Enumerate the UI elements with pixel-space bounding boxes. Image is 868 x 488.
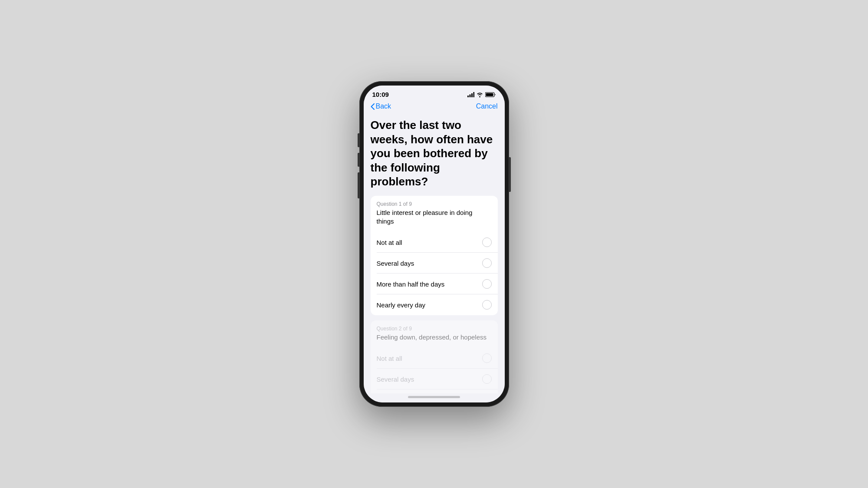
svg-rect-0 (467, 96, 469, 97)
option-q2-0-label: Not at all (377, 355, 402, 362)
svg-rect-1 (469, 94, 470, 97)
question-1-text: Little interest or pleasure in doing thi… (377, 208, 492, 231)
radio-q2-1 (482, 374, 492, 384)
wifi-icon (477, 92, 483, 97)
battery-icon (485, 92, 496, 97)
status-icons (467, 92, 496, 97)
phone-frame: 10:09 (359, 81, 509, 407)
signal-icon (467, 92, 474, 97)
volume-down-button (358, 172, 359, 198)
question-2-text: Feeling down, depressed, or hopeless (377, 333, 492, 346)
question-card-1: Question 1 of 9 Little interest or pleas… (371, 196, 498, 316)
radio-q1-0[interactable] (482, 237, 492, 247)
question-1-label: Question 1 of 9 (377, 201, 492, 207)
option-q1-1-label: Several days (377, 260, 414, 267)
question-2-header: Question 2 of 9 Feeling down, depressed,… (371, 320, 498, 348)
option-q2-0: Not at all (371, 348, 498, 369)
home-indicator (364, 393, 505, 402)
option-q1-2-label: More than half the days (377, 280, 445, 288)
option-q2-1-label: Several days (377, 376, 414, 383)
status-bar: 10:09 (364, 86, 505, 100)
question-1-header: Question 1 of 9 Little interest or pleas… (371, 196, 498, 232)
question-2-label: Question 2 of 9 (377, 326, 492, 332)
radio-q1-1[interactable] (482, 258, 492, 268)
svg-rect-5 (486, 93, 493, 96)
page-title: Over the last two weeks, how often have … (371, 118, 498, 189)
radio-q2-0 (482, 353, 492, 363)
radio-q1-3[interactable] (482, 300, 492, 310)
phone-screen: 10:09 (364, 86, 505, 402)
home-bar (408, 396, 460, 398)
volume-up-button (358, 153, 359, 167)
back-button[interactable]: Back (371, 102, 391, 110)
question-card-2: Question 2 of 9 Feeling down, depressed,… (371, 320, 498, 393)
option-q1-3[interactable]: Nearly every day (371, 294, 498, 315)
option-q1-2[interactable]: More than half the days (371, 274, 498, 294)
option-q1-0[interactable]: Not at all (371, 232, 498, 253)
option-q2-2: More than half the days (371, 389, 498, 393)
svg-rect-3 (473, 92, 474, 97)
power-button (509, 157, 511, 192)
option-q1-3-label: Nearly every day (377, 301, 426, 309)
chevron-left-icon (371, 103, 375, 110)
mute-button (358, 133, 359, 147)
status-time: 10:09 (372, 91, 389, 98)
svg-rect-2 (471, 93, 473, 97)
option-q2-1: Several days (371, 369, 498, 389)
option-q1-0-label: Not at all (377, 239, 402, 246)
option-q1-1[interactable]: Several days (371, 253, 498, 274)
cancel-button[interactable]: Cancel (476, 102, 498, 110)
content-area: Over the last two weeks, how often have … (364, 114, 505, 393)
radio-q1-2[interactable] (482, 279, 492, 289)
nav-bar: Back Cancel (364, 100, 505, 114)
